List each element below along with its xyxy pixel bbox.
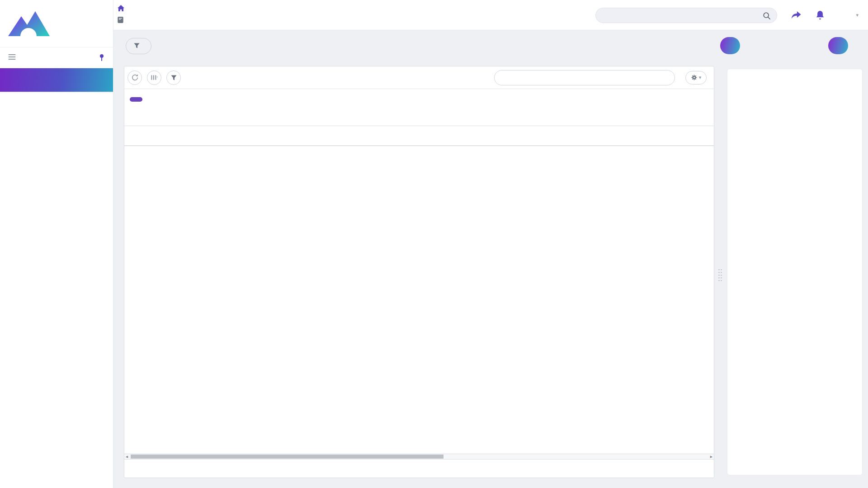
sidebar-item-doc[interactable] bbox=[0, 68, 113, 92]
mountain-logo-icon bbox=[6, 5, 61, 42]
chevron-down-icon: ▾ bbox=[699, 75, 702, 80]
resize-handle[interactable] bbox=[718, 268, 723, 282]
gear-icon bbox=[691, 74, 698, 81]
create-template-button[interactable] bbox=[828, 37, 848, 54]
content: ▾ ◀ ▶ bbox=[113, 66, 868, 488]
table-header-row bbox=[124, 111, 714, 126]
app-logo bbox=[0, 0, 113, 47]
book-icon bbox=[117, 16, 124, 25]
scrollbar-thumb[interactable] bbox=[131, 455, 443, 459]
search-icon[interactable] bbox=[763, 12, 771, 22]
topbar: ▾ bbox=[113, 0, 868, 30]
chevron-down-icon: ▾ bbox=[856, 12, 859, 18]
hamburger-icon[interactable] bbox=[8, 54, 16, 62]
table-empty-space bbox=[124, 146, 714, 454]
pin-icon[interactable] bbox=[99, 54, 105, 61]
detail-panel bbox=[727, 69, 863, 475]
global-search bbox=[595, 8, 777, 23]
qr-code bbox=[24, 100, 90, 166]
refresh-button[interactable] bbox=[127, 70, 142, 85]
table-toolbar: ▾ bbox=[124, 66, 714, 89]
columns-button[interactable] bbox=[147, 70, 161, 85]
menu-toggle[interactable] bbox=[0, 47, 113, 68]
profile-menu[interactable]: ▾ bbox=[853, 12, 859, 18]
table-filter-row bbox=[124, 126, 714, 146]
home-icon[interactable] bbox=[117, 5, 125, 14]
global-search-input[interactable] bbox=[596, 8, 777, 23]
filter-funnel-icon bbox=[133, 42, 140, 50]
tab-row bbox=[124, 89, 714, 111]
scroll-left-arrow-icon[interactable]: ◀ bbox=[124, 454, 129, 459]
documents-table-card: ▾ ◀ ▶ bbox=[124, 66, 714, 478]
fulltext-search bbox=[494, 70, 675, 85]
action-bar bbox=[113, 30, 868, 66]
table-settings-button[interactable]: ▾ bbox=[685, 71, 707, 84]
tab-all-badge[interactable] bbox=[130, 97, 142, 102]
horizontal-scrollbar[interactable]: ◀ ▶ bbox=[124, 454, 714, 460]
table-footer bbox=[124, 460, 714, 478]
filter-button[interactable] bbox=[166, 70, 181, 85]
breadcrumb bbox=[117, 5, 134, 25]
custom-filters-button[interactable] bbox=[126, 38, 151, 54]
share-icon[interactable] bbox=[790, 10, 802, 20]
doc-submenu bbox=[0, 92, 113, 93]
main-area: ▾ ▾ bbox=[113, 0, 868, 488]
fulltext-search-input[interactable] bbox=[495, 70, 675, 85]
notifications-bell-icon[interactable] bbox=[815, 10, 825, 21]
sidebar bbox=[0, 0, 113, 488]
scroll-right-arrow-icon[interactable]: ▶ bbox=[709, 454, 714, 459]
add-file-button[interactable] bbox=[720, 37, 740, 54]
